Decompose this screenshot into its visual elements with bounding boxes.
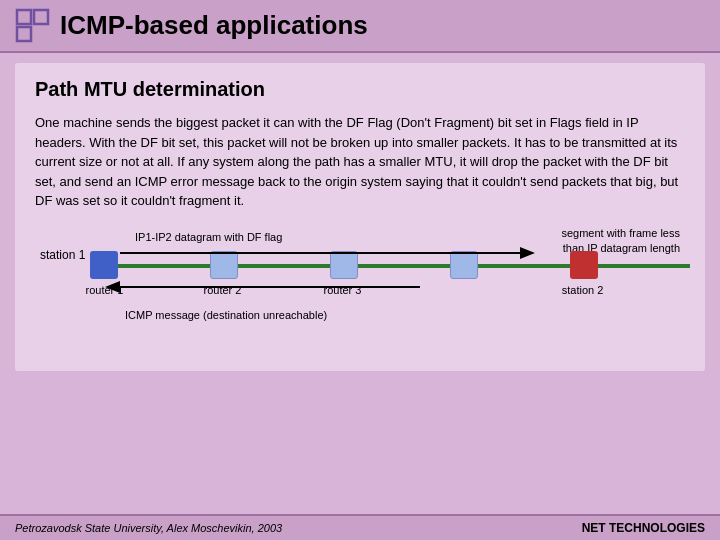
station1-label: station 1 xyxy=(40,248,85,262)
body-text: One machine sends the biggest packet it … xyxy=(35,113,685,211)
ip-arrow xyxy=(90,240,590,265)
content-area: Path MTU determination One machine sends… xyxy=(15,63,705,371)
slide-container: ICMP-based applications Path MTU determi… xyxy=(0,0,720,540)
title-icon xyxy=(15,8,50,43)
router2-label: router 2 xyxy=(195,284,250,296)
svg-marker-4 xyxy=(520,247,535,259)
footer-right: NET TECHNOLOGIES xyxy=(582,521,705,535)
svg-rect-1 xyxy=(34,10,48,24)
svg-rect-0 xyxy=(17,10,31,24)
title-bar: ICMP-based applications xyxy=(0,0,720,53)
station2-label: station 2 xyxy=(555,284,610,296)
icmp-arrow xyxy=(90,274,450,299)
router1-label: router 1 xyxy=(77,284,132,296)
icmp-label: ICMP message (destination unreachable) xyxy=(125,309,327,321)
diagram-area: segment with frame lessthan IP datagram … xyxy=(35,226,685,356)
svg-rect-2 xyxy=(17,27,31,41)
subtitle: Path MTU determination xyxy=(35,78,685,101)
footer-left: Petrozavodsk State University, Alex Mosc… xyxy=(15,522,282,534)
footer: Petrozavodsk State University, Alex Mosc… xyxy=(0,514,720,540)
router3-label: router 3 xyxy=(315,284,370,296)
page-title: ICMP-based applications xyxy=(60,10,368,41)
